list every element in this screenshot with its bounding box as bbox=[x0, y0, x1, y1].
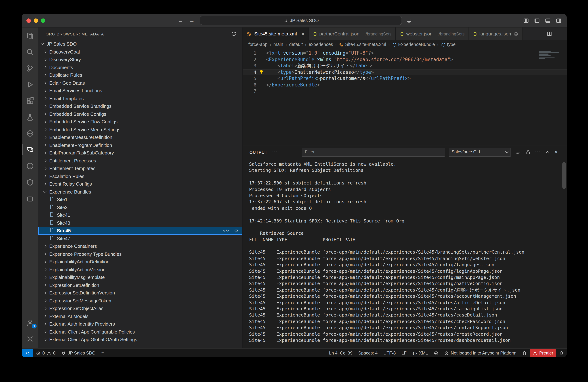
maximize-panel-icon[interactable] bbox=[545, 149, 550, 155]
tree-item[interactable]: ExplainabilityMsgTemplate bbox=[38, 273, 242, 281]
editor-layout-icon[interactable] bbox=[523, 18, 529, 23]
tree-item[interactable]: External Auth Identity Providers bbox=[38, 320, 242, 328]
tab-webster.json[interactable]: {}webster.json.../brandingSets bbox=[396, 27, 469, 40]
tree-item[interactable]: Email Services Functions bbox=[38, 87, 242, 95]
activity-copilot[interactable] bbox=[22, 125, 38, 141]
tree-item[interactable]: Experience Property Type Bundles bbox=[38, 250, 242, 258]
more-icon[interactable]: ··· bbox=[557, 32, 562, 36]
tree-item[interactable]: Embedded Service Brandings bbox=[38, 102, 242, 110]
tree-item[interactable]: Site43 bbox=[38, 219, 242, 227]
tree-item[interactable]: Site47 bbox=[38, 235, 242, 242]
tree-item[interactable]: External Client App Global OAuth Setting… bbox=[38, 336, 242, 344]
tree-item[interactable]: Documents bbox=[38, 63, 242, 71]
encoding[interactable]: UTF-8 bbox=[380, 349, 399, 357]
tree-item[interactable]: Duplicate Rules bbox=[38, 71, 242, 79]
forward-button[interactable]: → bbox=[188, 17, 195, 23]
problems[interactable]: 00 bbox=[33, 349, 59, 357]
toggle-primary-sidebar-icon[interactable] bbox=[534, 18, 540, 23]
tree-item[interactable]: ExpressionSetObjectAlias bbox=[38, 305, 242, 312]
activity-org-browser[interactable] bbox=[22, 141, 38, 158]
tree-item[interactable]: Site3 bbox=[38, 204, 242, 211]
activity-run-debug[interactable] bbox=[22, 76, 38, 93]
copilot-status[interactable] bbox=[431, 349, 441, 357]
code-icon[interactable]: </> bbox=[223, 229, 230, 233]
tree-item[interactable]: DiscoveryGoal bbox=[38, 48, 242, 56]
tree-item[interactable]: Site41 bbox=[38, 211, 242, 219]
tab-Site45.site-meta.xml[interactable]: Site45.site-meta.xml× bbox=[243, 27, 309, 40]
back-button[interactable]: ← bbox=[177, 17, 184, 23]
tree-item[interactable]: EnablementMeasureDefinition bbox=[38, 134, 242, 141]
tree-item[interactable]: ExpressionSetMessageToken bbox=[38, 297, 242, 305]
tree-item[interactable]: Embedded Service Configs bbox=[38, 110, 242, 118]
tree-item[interactable]: DiscoveryStory bbox=[38, 56, 242, 63]
cloud-download-icon[interactable] bbox=[233, 228, 239, 233]
tree-root[interactable]: JP Sales SDO bbox=[38, 40, 242, 48]
activity-source-control[interactable] bbox=[22, 60, 38, 76]
panel-actions-more-icon[interactable]: ··· bbox=[535, 150, 541, 154]
activity-anypoint[interactable] bbox=[22, 174, 38, 190]
prettier[interactable]: Prettier bbox=[530, 349, 556, 357]
lock-scroll-icon[interactable] bbox=[525, 149, 531, 155]
tree-item[interactable]: Embedded Service Menu Settings bbox=[38, 126, 242, 134]
close-tab-icon[interactable]: × bbox=[302, 31, 304, 36]
indentation[interactable]: Spaces: 4 bbox=[355, 349, 380, 357]
tree-item[interactable]: ExplainabilityActionVersion bbox=[38, 266, 242, 273]
tree-item[interactable]: Entitlement Templates bbox=[38, 165, 242, 172]
monitor-icon[interactable] bbox=[406, 18, 412, 23]
org-indicator[interactable]: JP Sales SDO bbox=[59, 349, 99, 357]
mulesoft-status[interactable] bbox=[519, 349, 530, 357]
breadcrumb-item[interactable]: experiences bbox=[309, 42, 333, 47]
eol[interactable]: LF bbox=[399, 349, 410, 357]
language-mode[interactable]: {}XML bbox=[410, 349, 431, 357]
tree-item[interactable]: External Client App Configurable Policie… bbox=[38, 328, 242, 336]
breadcrumb-item[interactable]: Site45.site-meta.xml bbox=[339, 42, 386, 47]
tree-item[interactable]: Site45</> bbox=[38, 227, 242, 235]
breadcrumb-item[interactable]: ExperienceBundle bbox=[392, 42, 435, 47]
tree-item[interactable]: ExpressionSetDefinition bbox=[38, 281, 242, 289]
panel-more-icon[interactable]: ··· bbox=[272, 150, 278, 154]
tree-item[interactable]: External AI Models bbox=[38, 312, 242, 320]
activity-extensions[interactable] bbox=[22, 93, 38, 109]
activity-problems[interactable] bbox=[22, 158, 38, 174]
tree-item[interactable]: EnablementProgramDefinition bbox=[38, 141, 242, 149]
tree-item[interactable]: Eclair Geo Datas bbox=[38, 79, 242, 87]
anypoint-status[interactable]: Not logged in to Anypoint Platform bbox=[441, 349, 519, 357]
breadcrumb-item[interactable]: default bbox=[289, 42, 303, 47]
close-panel-icon[interactable]: × bbox=[555, 149, 558, 154]
word-wrap-icon[interactable] bbox=[516, 149, 521, 155]
activity-testing[interactable] bbox=[22, 109, 38, 125]
activity-search[interactable] bbox=[22, 44, 38, 60]
tree-item[interactable]: ExplainabilityActionDefinition bbox=[38, 258, 242, 266]
activity-settings[interactable] bbox=[22, 331, 38, 347]
output-log[interactable]: Salesforce metadata XML IntelliSense is … bbox=[243, 158, 567, 348]
tab-partnerCentral.json[interactable]: {}partnerCentral.json.../brandingSets bbox=[309, 27, 396, 40]
tree-item[interactable]: Embedded Service Flow Configs bbox=[38, 118, 242, 126]
toggle-secondary-sidebar-icon[interactable] bbox=[556, 18, 562, 23]
activity-explorer[interactable] bbox=[22, 27, 38, 44]
code-editor[interactable]: 1<?xml version="1.0" encoding="UTF-8"?>2… bbox=[243, 49, 567, 145]
tree-item[interactable]: EnblProgramTaskSubCategory bbox=[38, 149, 242, 157]
tree-item[interactable]: Escalation Rules bbox=[38, 172, 242, 180]
activity-accounts[interactable]: 1 bbox=[22, 314, 38, 331]
lightbulb-icon[interactable] bbox=[259, 70, 264, 75]
tree-item[interactable]: Site1 bbox=[38, 196, 242, 204]
panel-scrollbar[interactable] bbox=[562, 162, 566, 189]
cursor-position[interactable]: Ln 4, Col 39 bbox=[326, 349, 355, 357]
minimize-window-button[interactable] bbox=[34, 18, 38, 23]
breadcrumb-item[interactable]: main bbox=[273, 42, 283, 47]
activity-agent[interactable] bbox=[22, 190, 38, 207]
refresh-icon[interactable] bbox=[231, 31, 236, 37]
breadcrumb-item[interactable]: force-app bbox=[248, 42, 268, 47]
tab-languages.json[interactable]: {}languages.json bbox=[469, 27, 523, 40]
close-window-button[interactable] bbox=[26, 18, 31, 23]
tree-item[interactable]: ExpressionSetDefinitionVersion bbox=[38, 289, 242, 297]
tree-item[interactable]: Email Templates bbox=[38, 95, 242, 102]
notifications[interactable] bbox=[556, 349, 567, 357]
output-tab[interactable]: OUTPUT bbox=[249, 147, 268, 157]
breadcrumb-item[interactable]: type bbox=[441, 42, 456, 47]
zoom-window-button[interactable] bbox=[41, 18, 45, 23]
tree-item[interactable]: Experience Bundles bbox=[38, 188, 242, 196]
output-channel-select[interactable]: Salesforce CLI bbox=[449, 147, 511, 156]
toggle-panel-icon[interactable] bbox=[545, 18, 551, 23]
tree-item[interactable]: Entitlement Processes bbox=[38, 157, 242, 165]
